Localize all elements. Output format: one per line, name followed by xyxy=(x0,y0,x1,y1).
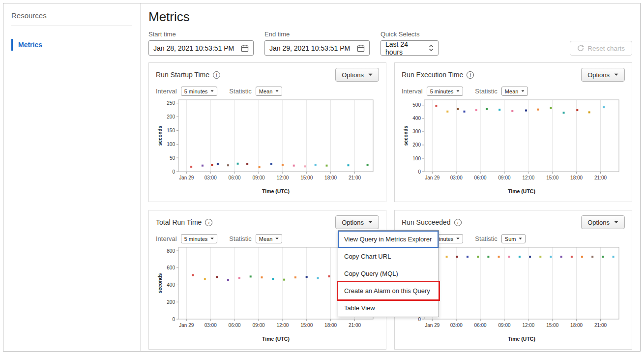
svg-text:18:00: 18:00 xyxy=(570,323,583,328)
chevron-down-icon xyxy=(519,237,522,240)
svg-text:Time (UTC): Time (UTC) xyxy=(262,188,290,194)
svg-text:200: 200 xyxy=(412,142,421,148)
chevron-down-icon xyxy=(614,73,618,76)
start-time-input-box xyxy=(148,40,254,56)
interval-select[interactable]: 5 minutes xyxy=(427,87,464,96)
start-time-input[interactable] xyxy=(153,44,236,52)
interval-label: Interval xyxy=(156,88,177,95)
chart-title: Run Execution Time xyxy=(402,71,463,79)
statistic-select[interactable]: Mean xyxy=(256,87,283,96)
svg-text:12:00: 12:00 xyxy=(276,175,289,180)
svg-text:09:00: 09:00 xyxy=(252,175,264,180)
svg-text:Jan 29: Jan 29 xyxy=(425,323,439,328)
svg-text:0: 0 xyxy=(172,317,175,322)
metric-card-total-run-time: Total Run Time i Options Interval 5 minu… xyxy=(148,210,386,350)
statistic-label: Statistic xyxy=(475,235,498,242)
chart-title: Run Succeeded xyxy=(402,218,451,226)
reset-charts-button[interactable]: Reset charts xyxy=(570,41,632,56)
calendar-icon xyxy=(241,44,249,52)
svg-text:400: 400 xyxy=(412,116,421,121)
chevron-down-icon xyxy=(368,221,373,224)
interval-label: Interval xyxy=(402,88,423,95)
svg-text:18:00: 18:00 xyxy=(324,323,337,328)
svg-text:03:00: 03:00 xyxy=(450,175,463,180)
svg-text:100: 100 xyxy=(167,142,175,147)
statistic-select[interactable]: Mean xyxy=(256,234,283,243)
end-time-input-box xyxy=(264,40,370,56)
quick-selects-value: Last 24 hours xyxy=(385,40,425,56)
chart-plot: Jan 2903:0006:0009:0012:0015:0018:0021:0… xyxy=(156,97,379,195)
sidebar-nav: Metrics xyxy=(11,39,132,51)
chevron-down-icon xyxy=(368,73,373,76)
sidebar-title: Resources xyxy=(11,11,132,26)
charts-grid: Run Startup Time i Options Interval 5 mi… xyxy=(148,62,632,350)
svg-text:Time (UTC): Time (UTC) xyxy=(262,336,290,342)
card-header: Total Run Time i Options xyxy=(156,215,379,229)
end-time-calendar-button[interactable] xyxy=(357,44,365,52)
chevron-down-icon xyxy=(210,237,214,240)
svg-text:seconds: seconds xyxy=(157,125,163,146)
svg-text:15:00: 15:00 xyxy=(300,175,313,180)
svg-text:09:00: 09:00 xyxy=(498,323,510,328)
svg-text:21:00: 21:00 xyxy=(349,175,361,180)
svg-text:600: 600 xyxy=(167,265,175,270)
svg-text:06:00: 06:00 xyxy=(474,323,487,328)
menu-item-view-query-in-metrics-explorer[interactable]: View Query in Metrics Explorer xyxy=(338,231,439,248)
calendar-icon xyxy=(357,44,365,52)
info-icon[interactable]: i xyxy=(205,219,212,226)
menu-item-copy-query-mql[interactable]: Copy Query (MQL) xyxy=(338,265,439,282)
options-button[interactable]: Options xyxy=(335,68,379,82)
start-time-calendar-button[interactable] xyxy=(241,44,249,52)
card-header: Run Succeeded i Options xyxy=(402,215,625,229)
statistic-select[interactable]: Mean xyxy=(501,87,528,96)
svg-text:06:00: 06:00 xyxy=(229,175,241,180)
svg-text:03:00: 03:00 xyxy=(205,175,217,180)
card-controls: Interval 5 minutes Statistic Mean xyxy=(402,87,625,96)
metrics-toolbar: Start time End time xyxy=(148,30,632,56)
reset-charts-label: Reset charts xyxy=(587,45,625,52)
metric-card-run-startup-time: Run Startup Time i Options Interval 5 mi… xyxy=(148,62,386,202)
interval-select[interactable]: 5 minutes xyxy=(181,234,218,243)
options-menu: View Query in Metrics Explorer Copy Char… xyxy=(338,230,439,317)
options-button[interactable]: Options xyxy=(581,215,625,229)
menu-item-create-alarm-on-query[interactable]: Create an Alarm on this Query xyxy=(338,282,439,299)
interval-label: Interval xyxy=(156,235,177,242)
menu-item-table-view[interactable]: Table View xyxy=(338,299,439,317)
svg-text:21:00: 21:00 xyxy=(594,175,607,180)
quick-selects-field-group: Quick Selects Last 24 hours xyxy=(381,30,439,56)
quick-selects-dropdown[interactable]: Last 24 hours xyxy=(381,40,439,56)
svg-text:0: 0 xyxy=(172,169,175,175)
chevron-down-icon xyxy=(521,90,525,92)
svg-text:03:00: 03:00 xyxy=(450,323,463,328)
svg-text:09:00: 09:00 xyxy=(498,175,510,180)
end-time-field-group: End time xyxy=(264,30,370,56)
svg-text:0: 0 xyxy=(418,169,421,175)
sidebar-item-metrics[interactable]: Metrics xyxy=(11,39,132,51)
info-icon[interactable]: i xyxy=(213,71,220,79)
svg-text:12:00: 12:00 xyxy=(522,323,534,328)
options-button[interactable]: Options xyxy=(335,215,379,229)
info-icon[interactable]: i xyxy=(454,219,462,226)
card-header: Run Execution Time i Options xyxy=(402,68,625,82)
chart-title: Total Run Time xyxy=(156,218,202,226)
metric-card-run-execution-time: Run Execution Time i Options Interval 5 … xyxy=(394,62,632,202)
svg-text:0: 0 xyxy=(418,317,421,322)
svg-text:12:00: 12:00 xyxy=(522,175,534,180)
svg-text:06:00: 06:00 xyxy=(229,323,241,328)
svg-text:Jan 29: Jan 29 xyxy=(179,323,194,328)
svg-text:12:00: 12:00 xyxy=(276,323,289,328)
statistic-select[interactable]: Sum xyxy=(501,234,526,243)
end-time-input[interactable] xyxy=(269,44,352,52)
svg-text:200: 200 xyxy=(167,299,175,305)
menu-item-copy-chart-url[interactable]: Copy Chart URL xyxy=(338,248,439,265)
svg-text:15:00: 15:00 xyxy=(300,323,313,328)
console-page: Resources Metrics Metrics Start time xyxy=(3,3,641,352)
statistic-label: Statistic xyxy=(475,88,498,95)
interval-select[interactable]: 5 minutes xyxy=(181,87,218,96)
svg-text:09:00: 09:00 xyxy=(252,323,264,328)
options-button[interactable]: Options xyxy=(581,68,625,82)
svg-text:15:00: 15:00 xyxy=(546,175,558,180)
sidebar: Resources Metrics xyxy=(3,3,141,351)
svg-text:seconds: seconds xyxy=(157,273,163,293)
info-icon[interactable]: i xyxy=(467,71,474,79)
